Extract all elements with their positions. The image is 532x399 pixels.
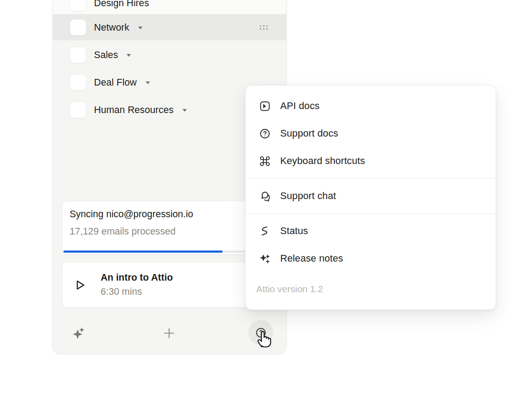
menu-item-support-chat[interactable]: Support chat: [246, 182, 496, 210]
menu-divider: [246, 178, 496, 179]
menu-item-label: Status: [280, 225, 308, 237]
list-emoji-placeholder: [70, 47, 86, 63]
list-emoji-placeholder: [70, 20, 86, 35]
sidebar-item-label: Sales: [94, 50, 118, 61]
sidebar-item-label: Human Resources: [94, 105, 174, 116]
help-button[interactable]: [248, 320, 273, 345]
menu-item-label: Support chat: [280, 190, 336, 202]
menu-item-label: Support docs: [280, 128, 338, 139]
video-duration: 6:30 mins: [101, 286, 173, 297]
sidebar-item-design-hires[interactable]: Design Hires: [53, 0, 286, 15]
add-button[interactable]: [161, 325, 177, 341]
chevron-down-icon[interactable]: [125, 52, 132, 59]
menu-item-support-docs[interactable]: Support docs: [246, 120, 496, 147]
sidebar-item-label: Network: [94, 22, 129, 33]
video-text: An intro to Attio 6:30 mins: [101, 272, 173, 297]
support-docs-icon: [259, 128, 271, 140]
menu-item-label: Release notes: [280, 253, 343, 264]
sidebar-item-label: Deal Flow: [94, 77, 137, 88]
sync-progress-track: [63, 250, 275, 253]
sync-status-card: Syncing nico@progression.io 17,129 email…: [62, 201, 277, 254]
app-canvas: Design Hires Network Sales Deal Flow: [0, 0, 532, 399]
chevron-down-icon[interactable]: [181, 107, 188, 113]
ai-sparkles-button[interactable]: [70, 325, 87, 341]
add-icon: [162, 326, 176, 340]
sync-subtitle: 17,129 emails processed: [70, 226, 269, 237]
api-docs-icon: [259, 100, 271, 112]
sidebar-item-sales[interactable]: Sales: [53, 42, 286, 68]
chevron-down-icon[interactable]: [145, 79, 151, 86]
sync-progress-fill: [63, 250, 223, 253]
chevron-down-icon[interactable]: [137, 24, 144, 31]
ai-sparkles-icon: [71, 325, 86, 340]
menu-item-keyboard-shortcuts[interactable]: Keyboard shortcuts: [246, 147, 496, 175]
app-version-text: Attio version 1.2: [246, 284, 496, 294]
menu-item-label: API docs: [280, 100, 320, 112]
list-emoji-placeholder: [70, 74, 86, 90]
drag-handle-icon[interactable]: [259, 24, 269, 31]
menu-item-label: Keyboard shortcuts: [280, 155, 365, 167]
menu-divider: [246, 213, 496, 214]
release-notes-icon: [259, 253, 271, 265]
menu-item-release-notes[interactable]: Release notes: [246, 245, 496, 272]
menu-item-api-docs[interactable]: API docs: [246, 92, 496, 120]
menu-item-status[interactable]: Status: [246, 217, 496, 245]
support-chat-icon: [259, 190, 271, 202]
keyboard-shortcuts-icon: [259, 155, 271, 167]
list-emoji-placeholder: [70, 0, 86, 11]
sidebar-item-label: Design Hires: [94, 0, 149, 9]
list-emoji-placeholder: [70, 102, 86, 118]
sync-title: Syncing nico@progression.io: [70, 209, 269, 220]
help-menu-popup: API docs Support docs Keyboard shortcuts…: [245, 85, 496, 310]
status-icon: [259, 225, 271, 237]
play-icon[interactable]: [73, 278, 86, 292]
sidebar-item-network[interactable]: Network: [53, 15, 286, 40]
intro-video-card[interactable]: An intro to Attio 6:30 mins: [62, 262, 277, 308]
help-icon: [255, 327, 267, 339]
video-title: An intro to Attio: [101, 272, 173, 283]
